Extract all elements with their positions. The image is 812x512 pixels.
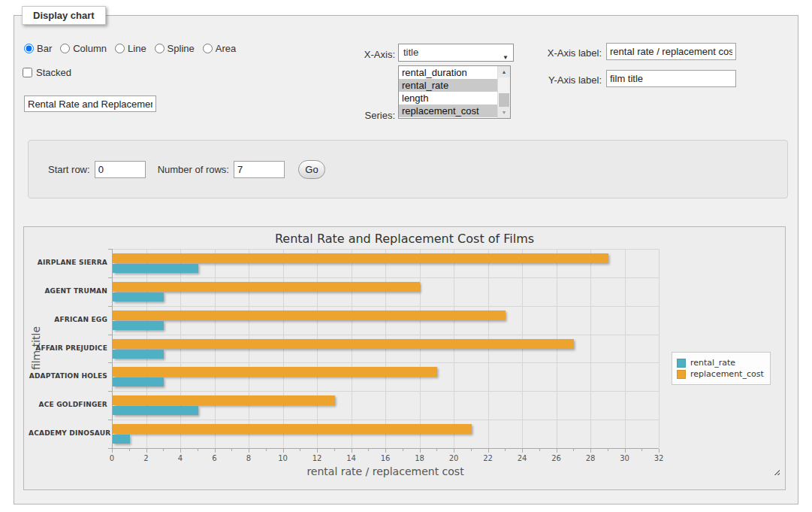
- chart-title-input[interactable]: [24, 95, 156, 112]
- legend-item-rental_rate[interactable]: rental_rate: [677, 358, 764, 368]
- num-rows-label: Number of rows:: [158, 164, 229, 175]
- gridline: [112, 362, 659, 363]
- bar-rental_rate: [113, 377, 164, 386]
- radio-area[interactable]: [203, 44, 213, 53]
- chart-type-option-area[interactable]: Area: [203, 43, 236, 54]
- x-tick-label: 20: [442, 454, 465, 462]
- x-axis-tick: [590, 449, 591, 453]
- category-label: ACADEMY DINOSAUR: [29, 429, 107, 437]
- stacked-label: Stacked: [36, 67, 71, 78]
- gridline: [659, 249, 660, 448]
- bar-replacement_cost: [113, 367, 437, 377]
- chart-type-option-line[interactable]: Line: [115, 43, 146, 54]
- x-axis-tick: [334, 449, 335, 451]
- x-axis-tick: [180, 449, 181, 453]
- x-axis-tick: [385, 449, 386, 453]
- x-tick-label: 16: [374, 454, 397, 462]
- scrollbar-thumb[interactable]: [499, 93, 509, 108]
- x-tick-label: 4: [169, 454, 192, 462]
- x-tick-label: 0: [101, 454, 123, 462]
- x-axis-tick: [420, 449, 421, 453]
- x-axis-label-label: X-Axis label:: [527, 47, 602, 59]
- series-option-length[interactable]: length: [399, 92, 510, 105]
- scroll-up-icon[interactable]: ▲: [498, 66, 510, 77]
- x-axis-tick: [215, 449, 216, 453]
- x-axis-tick: [403, 449, 403, 451]
- num-rows-input[interactable]: [234, 161, 285, 178]
- x-axis-tick: [352, 449, 352, 453]
- x-axis-tick: [505, 449, 506, 451]
- x-axis-tick: [249, 449, 249, 453]
- radio-label: Column: [73, 43, 107, 54]
- gridline: [112, 335, 659, 335]
- x-axis-selected-value: title: [403, 47, 418, 58]
- legend-label: rental_rate: [690, 358, 735, 368]
- series-listbox[interactable]: rental_durationrental_ratelengthreplacem…: [398, 65, 511, 119]
- bar-rental_rate: [113, 350, 164, 359]
- legend-item-replacement_cost[interactable]: replacement_cost: [677, 369, 764, 379]
- x-axis-tick: [659, 449, 660, 453]
- go-button[interactable]: Go: [298, 160, 325, 179]
- series-option-replacement_cost[interactable]: replacement_cost: [399, 105, 510, 117]
- x-axis-tick: [266, 449, 267, 451]
- page: Display chart BarColumnLineSplineArea St…: [0, 0, 812, 512]
- x-tick-label: 26: [545, 454, 568, 462]
- stacked-checkbox[interactable]: [23, 68, 32, 77]
- stacked-option[interactable]: Stacked: [23, 67, 71, 78]
- category-label: AFFAIR PREJUDICE: [29, 344, 107, 352]
- bar-rental_rate: [113, 292, 164, 301]
- chart-type-option-bar[interactable]: Bar: [24, 43, 52, 54]
- x-tick-label: 28: [579, 454, 602, 462]
- start-row-label: Start row:: [48, 164, 90, 175]
- radio-label: Bar: [37, 43, 52, 54]
- radio-line[interactable]: [115, 44, 125, 53]
- x-axis-tick: [488, 449, 489, 453]
- bar-replacement_cost: [113, 282, 420, 292]
- radio-spline[interactable]: [155, 44, 165, 53]
- gridline: [112, 249, 659, 250]
- x-axis-tick: [454, 449, 454, 453]
- chart-legend: rental_ratereplacement_cost: [672, 352, 771, 385]
- bar-replacement_cost: [113, 339, 574, 349]
- x-tick-label: 22: [477, 454, 500, 462]
- category-label: AIRPLANE SIERRA: [29, 259, 107, 266]
- x-tick-label: 32: [647, 454, 670, 462]
- x-axis-label-input[interactable]: [606, 43, 736, 60]
- bar-replacement_cost: [113, 395, 335, 405]
- series-label: Series:: [331, 110, 395, 121]
- chart-type-option-spline[interactable]: Spline: [155, 43, 195, 54]
- radio-bar[interactable]: [24, 44, 34, 53]
- x-tick-label: 18: [409, 454, 431, 462]
- chart-container: Rental Rate and Replacement Cost of Film…: [23, 226, 786, 490]
- chevron-down-icon: ▼: [503, 50, 509, 66]
- x-axis-select[interactable]: title ▼: [398, 44, 514, 62]
- x-tick-label: 8: [237, 454, 260, 462]
- listbox-scrollbar[interactable]: ▲ ▼: [497, 66, 510, 118]
- fieldset-title: Display chart: [22, 6, 106, 25]
- x-axis-tick: [625, 449, 626, 453]
- x-tick-label: 6: [204, 454, 226, 462]
- x-axis-tick: [608, 449, 608, 451]
- radio-column[interactable]: [60, 44, 70, 53]
- gridline: [112, 420, 659, 420]
- x-axis-tick: [231, 449, 232, 451]
- x-axis-tick: [522, 449, 523, 453]
- x-axis-tick: [129, 449, 130, 451]
- x-axis-line: [108, 448, 659, 449]
- y-axis-label-input[interactable]: [606, 70, 736, 87]
- radio-label: Area: [216, 43, 236, 54]
- bar-rental_rate: [113, 321, 164, 330]
- resize-handle-icon[interactable]: [772, 468, 780, 475]
- y-axis-label-label: Y-Axis label:: [527, 74, 602, 86]
- series-options: rental_durationrental_ratelengthreplacem…: [399, 66, 510, 117]
- start-row-input[interactable]: [95, 161, 146, 178]
- scroll-down-icon[interactable]: ▼: [498, 107, 510, 118]
- series-option-rental_duration[interactable]: rental_duration: [399, 66, 510, 79]
- gridline: [625, 249, 626, 448]
- x-axis-tick: [163, 449, 164, 451]
- x-tick-label: 2: [135, 454, 158, 462]
- chart-type-option-column[interactable]: Column: [60, 43, 107, 54]
- bar-rental_rate: [113, 264, 198, 273]
- x-tick-label: 14: [340, 454, 363, 462]
- series-option-rental_rate[interactable]: rental_rate: [399, 79, 510, 92]
